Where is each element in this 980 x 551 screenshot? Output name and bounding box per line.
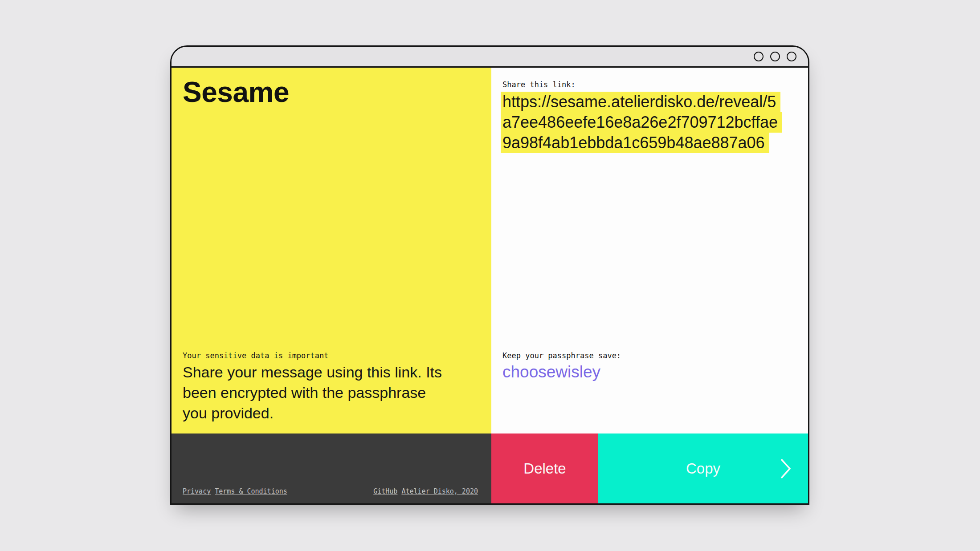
footer-links-area: Privacy Terms & Conditions GitHub Atelie… [172, 434, 491, 503]
window-titlebar [172, 47, 808, 68]
share-link-label: Share this link: [502, 80, 799, 89]
window-content: Sesame Your sensitive data is important … [172, 68, 808, 434]
sensitive-data-label: Your sensitive data is important [183, 351, 479, 360]
passphrase-label: Keep your passphrase save: [502, 351, 796, 360]
footer-links-left: Privacy Terms & Conditions [183, 487, 287, 495]
share-panel: Share this link: https://sesame.atelierd… [491, 68, 808, 434]
delete-button-label: Delete [523, 460, 566, 477]
share-url-line[interactable]: https://sesame.atelierdisko.de/reveal/5 [501, 92, 780, 112]
share-url-line[interactable]: a7ee486eefe16e8a26e2f709712bcffae [501, 112, 782, 133]
terms-link[interactable]: Terms & Conditions [215, 487, 287, 495]
share-description-line: been encrypted with the passphrase [183, 382, 479, 403]
share-description: Share your message using this link. Its … [183, 362, 479, 423]
delete-button[interactable]: Delete [491, 434, 598, 503]
copy-button-label: Copy [686, 460, 720, 477]
privacy-link[interactable]: Privacy [183, 487, 211, 495]
share-description-line: you provided. [183, 403, 479, 423]
desktop-background: { "window": { "titlebar": { "controls": … [0, 0, 980, 551]
share-link-block: Share this link: https://sesame.atelierd… [502, 80, 799, 153]
passphrase-value: choosewisley [502, 362, 796, 382]
intro-panel: Sesame Your sensitive data is important … [172, 68, 491, 434]
credits-link[interactable]: Atelier Disko, 2020 [401, 487, 478, 495]
share-url-link[interactable]: https://sesame.atelierdisko.de/reveal/5 … [502, 92, 799, 153]
footer-links-right: GitHub Atelier Disko, 2020 [373, 487, 478, 495]
copy-button[interactable]: Copy [598, 434, 808, 503]
browser-window: Sesame Your sensitive data is important … [170, 45, 809, 505]
window-control-icon[interactable] [770, 52, 780, 61]
passphrase-block: Keep your passphrase save: choosewisley [502, 351, 796, 382]
arrow-right-icon [780, 458, 791, 479]
share-description-line: Share your message using this link. Its [183, 362, 479, 382]
app-title: Sesame [183, 76, 289, 109]
intro-note-block: Your sensitive data is important Share y… [183, 351, 479, 423]
footer-bar: Privacy Terms & Conditions GitHub Atelie… [172, 434, 808, 503]
window-control-icon[interactable] [787, 52, 796, 61]
window-control-icon[interactable] [754, 52, 764, 61]
share-url-line[interactable]: 9a98f4ab1ebbda1c659b48ae887a06 [501, 133, 769, 153]
github-link[interactable]: GitHub [373, 487, 397, 495]
